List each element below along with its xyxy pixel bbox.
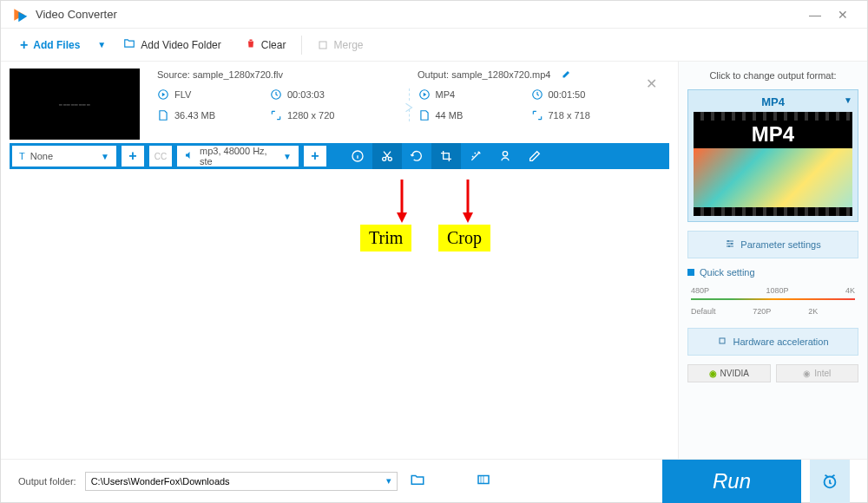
add-files-label: Add Files	[33, 39, 80, 51]
nvidia-icon: ◉	[709, 369, 717, 378]
file-icon	[157, 109, 169, 121]
output-format-label: Click to change output format:	[687, 70, 858, 81]
toolbar: + Add Files ▼ Add Video Folder Clear Mer…	[1, 29, 867, 62]
trash-icon	[246, 38, 256, 51]
edit-button[interactable]	[520, 143, 549, 169]
resolution-icon	[270, 109, 282, 121]
sidebar: Click to change output format: MP4 ▼ MP4	[678, 62, 867, 459]
chevron-down-icon: ▼	[278, 152, 292, 161]
toolbar-separator	[301, 36, 302, 55]
source-resolution: 1280 x 720	[287, 110, 334, 121]
app-logo-icon	[11, 6, 29, 23]
clock-icon	[270, 88, 282, 101]
remove-file-button[interactable]: ✕	[646, 75, 657, 92]
merge-button: Merge	[306, 34, 375, 56]
output-label: Output: sample_1280x720.mp4	[418, 69, 551, 80]
svg-point-8	[503, 152, 507, 156]
annotation-label-crop: Crop	[438, 225, 490, 252]
output-size: 44 MB	[436, 110, 464, 121]
chip-icon	[717, 336, 727, 348]
merge-icon	[318, 40, 328, 50]
format-badge: MP4	[694, 121, 852, 148]
run-button[interactable]: Run	[662, 460, 801, 503]
output-format-button[interactable]: MP4 ▼ MP4	[687, 89, 858, 222]
quality-480p: 480P	[691, 286, 709, 295]
add-files-dropdown[interactable]: ▼	[92, 40, 111, 49]
subtitle-select[interactable]: T None ▼	[12, 146, 116, 167]
add-video-folder-button[interactable]: Add Video Folder	[111, 32, 233, 57]
arrow-icon	[403, 101, 415, 114]
crop-button[interactable]	[431, 143, 461, 169]
audio-track-select[interactable]: mp3, 48000 Hz, ste ▼	[177, 146, 299, 167]
clear-label: Clear	[261, 39, 286, 51]
file-card: ━━━━━━━━ ✕ Source: sample_1280x720.flv O…	[1, 62, 678, 140]
output-folder-input[interactable]: C:\Users\WonderFox\Downloads ▾	[85, 472, 398, 491]
svg-rect-14	[720, 338, 725, 343]
svg-rect-0	[319, 42, 326, 49]
video-thumbnail[interactable]: ━━━━━━━━	[10, 69, 140, 140]
plus-icon: +	[20, 37, 28, 53]
rotate-button[interactable]	[402, 143, 431, 169]
source-label: Source: sample_1280x720.flv	[148, 69, 409, 81]
chevron-down-icon: ▾	[386, 475, 391, 487]
output-duration: 00:01:50	[549, 89, 586, 100]
hardware-acceleration-label: Hardware acceleration	[733, 336, 828, 347]
svg-point-11	[727, 240, 729, 242]
dot-icon	[687, 269, 694, 276]
trim-button[interactable]	[372, 143, 402, 169]
cc-button[interactable]: CC	[149, 146, 172, 167]
sliders-icon	[725, 238, 735, 251]
output-format: MP4	[436, 89, 456, 100]
speaker-icon	[184, 150, 194, 162]
output-folder-value: C:\Users\WonderFox\Downloads	[91, 476, 230, 487]
quality-1080p: 1080P	[766, 286, 788, 295]
source-size: 36.43 MB	[174, 110, 215, 121]
text-icon: T	[19, 151, 25, 161]
add-files-button[interactable]: + Add Files	[8, 32, 92, 58]
close-button[interactable]: ✕	[829, 4, 857, 25]
intel-icon: ◉	[803, 369, 811, 378]
folder-icon	[123, 37, 135, 52]
edit-output-name-button[interactable]	[562, 69, 572, 81]
parameter-settings-label: Parameter settings	[740, 239, 820, 250]
clock-icon	[531, 88, 543, 101]
info-button[interactable]	[343, 143, 372, 169]
hardware-acceleration-button[interactable]: Hardware acceleration	[687, 328, 858, 356]
watermark-button[interactable]	[490, 143, 520, 169]
quality-slider[interactable]: 480P 1080P 4K Default 720P 2K	[687, 286, 858, 319]
svg-point-12	[731, 243, 733, 245]
subtitle-value: None	[30, 151, 53, 161]
resolution-icon	[531, 109, 543, 121]
titlebar: Video Converter — ✕	[1, 1, 867, 29]
quality-720p: 720P	[753, 307, 771, 316]
app-title: Video Converter	[36, 8, 117, 21]
action-bar: T None ▼ + CC mp3, 48000 Hz, ste ▼ +	[10, 143, 669, 169]
quick-setting-header: Quick setting	[687, 267, 858, 278]
add-audio-button[interactable]: +	[304, 146, 326, 167]
clear-button[interactable]: Clear	[233, 33, 299, 56]
add-folder-label: Add Video Folder	[141, 39, 221, 51]
format-icon	[418, 88, 431, 101]
source-format: FLV	[174, 89, 191, 100]
output-resolution: 718 x 718	[549, 110, 590, 121]
schedule-button[interactable]	[810, 460, 850, 503]
quick-setting-label: Quick setting	[700, 267, 755, 278]
output-folder-label: Output folder:	[18, 476, 76, 487]
intel-label: Intel	[814, 369, 831, 378]
batch-button[interactable]	[472, 468, 495, 494]
format-thumbnail: MP4	[694, 112, 852, 216]
source-duration: 00:03:03	[287, 89, 325, 100]
annotation-label-trim: Trim	[360, 225, 411, 252]
annotation-arrow-crop	[457, 178, 478, 225]
format-icon	[157, 88, 169, 101]
nvidia-badge[interactable]: ◉ NVIDIA	[687, 364, 771, 382]
add-subtitle-button[interactable]: +	[122, 146, 144, 167]
intel-badge[interactable]: ◉ Intel	[776, 364, 859, 382]
minimize-button[interactable]: —	[801, 4, 829, 25]
quality-2k: 2K	[808, 307, 818, 316]
open-folder-button[interactable]	[406, 468, 429, 494]
parameter-settings-button[interactable]: Parameter settings	[687, 231, 858, 258]
bottom-bar: Output folder: C:\Users\WonderFox\Downlo…	[1, 459, 867, 502]
effects-button[interactable]	[461, 143, 490, 169]
chevron-down-icon: ▼	[844, 95, 852, 105]
